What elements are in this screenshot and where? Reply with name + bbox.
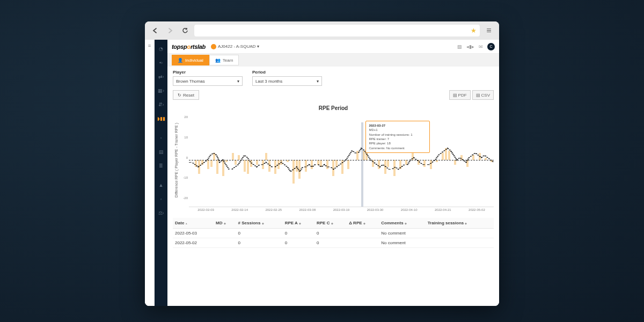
tab-individual[interactable]: 👤Individual — [172, 55, 209, 65]
table-col-4[interactable]: RPE C ◆ — [314, 218, 347, 229]
file-icon: ▤ — [476, 93, 480, 98]
y-axis-label: Difference RPE ( Player RPE - Trainer RP… — [173, 113, 179, 207]
table-body: 2022-05-03000No comment2022-05-02000No c… — [173, 229, 494, 248]
period-select[interactable]: Last 3 months▾ — [252, 76, 322, 86]
chart-line — [189, 113, 494, 207]
table-col-5[interactable]: Δ RPE ◆ — [347, 218, 379, 229]
table-row[interactable]: 2022-05-02000No comment — [173, 238, 494, 248]
sidebar-item-2[interactable]: ⇄› — [155, 70, 167, 84]
chevron-down-icon: ▾ — [237, 79, 239, 84]
forward-button[interactable] — [164, 25, 176, 36]
y-axis: 20100-10-20 — [179, 113, 189, 207]
sidebar-item-3[interactable]: ▦› — [155, 84, 167, 98]
header-action-1[interactable]: ▧ — [457, 44, 462, 49]
sidebar-item-4[interactable]: ⇵› — [155, 98, 167, 112]
table-col-1[interactable]: MD ◆ — [214, 218, 236, 229]
sidebar-item-10[interactable]: ⚖› — [155, 206, 167, 220]
sidebar-item-7[interactable]: ≣ — [155, 159, 167, 173]
chart-section: RPE Period Difference RPE ( Player RPE -… — [167, 103, 499, 214]
export-pdf-button[interactable]: ▤PDF — [449, 90, 471, 100]
squad-selector[interactable]: AJ0422 - A-SQUAD ▾ — [211, 44, 259, 49]
tab-team[interactable]: 👥Team — [209, 55, 239, 65]
chart-title: RPE Period — [173, 105, 494, 111]
app-content: ≡ ◔ •› ⇄› ▦› ⇵› ◗▮▮ ◦ ▤ ≣ ▲ ◦ ⚖› topspor… — [145, 40, 499, 306]
export-csv-button[interactable]: ▤CSV — [472, 90, 494, 100]
people-icon: 👥 — [215, 58, 221, 63]
sidebar-item-rpe[interactable]: ◗▮▮ — [155, 112, 167, 126]
sidebar-item-9[interactable]: ◦ — [155, 192, 167, 206]
crest-icon — [211, 44, 216, 49]
chevron-down-icon: ▾ — [257, 44, 259, 49]
browser-toolbar: ★ ≡ — [145, 21, 499, 40]
data-table: Date ▴MD ◆# Sessions ◆RPE A ◆RPE C ◆Δ RP… — [173, 218, 494, 248]
url-bar[interactable]: ★ — [194, 25, 480, 36]
filter-row: Player Brown Thomas▾ Period Last 3 month… — [167, 67, 499, 89]
player-select[interactable]: Brown Thomas▾ — [173, 76, 243, 86]
chart-plot[interactable]: 2022-03-27 MD+1 Number of training sessi… — [189, 113, 494, 207]
sidebar-item-1[interactable]: •› — [155, 56, 167, 70]
app-logo: topsportslab — [172, 43, 206, 50]
sidebar-item-5[interactable]: ◦ — [155, 131, 167, 145]
action-row: ↻Reset ▤PDF ▤CSV — [167, 89, 499, 103]
browser-window: ★ ≡ ≡ ◔ •› ⇄› ▦› ⇵› ◗▮▮ ◦ ▤ ≣ ▲ ◦ ⚖› top… — [145, 21, 499, 306]
period-label: Period — [252, 70, 322, 75]
app-header: topsportslab AJ0422 - A-SQUAD ▾ ▧ ◂▮▸ ✉ … — [167, 40, 499, 54]
sidebar: ◔ •› ⇄› ▦› ⇵› ◗▮▮ ◦ ▤ ≣ ▲ ◦ ⚖› — [155, 40, 167, 306]
browser-menu-icon[interactable]: ≡ — [483, 26, 495, 35]
reload-button[interactable] — [179, 25, 191, 36]
table-col-3[interactable]: RPE A ◆ — [283, 218, 314, 229]
menu-toggle-icon[interactable]: ≡ — [145, 40, 155, 306]
bookmark-star-icon[interactable]: ★ — [471, 27, 477, 34]
header-action-3[interactable]: ✉ — [479, 44, 483, 49]
hover-vline — [361, 122, 363, 207]
bars-icon: ◗▮▮ — [157, 116, 165, 121]
chart-area: Difference RPE ( Player RPE - Trainer RP… — [173, 113, 494, 207]
refresh-icon: ↻ — [178, 93, 181, 98]
person-icon: 👤 — [178, 58, 183, 63]
gauge-icon: ◔ — [159, 46, 163, 52]
header-action-2[interactable]: ◂▮▸ — [466, 44, 474, 49]
tab-bar: 👤Individual 👥Team — [167, 54, 499, 67]
table-col-2[interactable]: # Sessions ◆ — [236, 218, 283, 229]
table-col-6[interactable]: Comments ◆ — [379, 218, 425, 229]
table-col-7[interactable]: Training sessions ◆ — [426, 218, 494, 229]
table-header-row: Date ▴MD ◆# Sessions ◆RPE A ◆RPE C ◆Δ RP… — [173, 218, 494, 229]
sidebar-item-dashboard[interactable]: ◔ — [155, 42, 167, 56]
table-section: Date ▴MD ◆# Sessions ◆RPE A ◆RPE C ◆Δ RP… — [167, 214, 499, 248]
table-row[interactable]: 2022-05-03000No comment — [173, 229, 494, 238]
main-area: topsportslab AJ0422 - A-SQUAD ▾ ▧ ◂▮▸ ✉ … — [167, 40, 499, 306]
table-col-0[interactable]: Date ▴ — [173, 218, 214, 229]
file-icon: ▤ — [453, 93, 457, 98]
player-label: Player — [173, 70, 243, 75]
sidebar-item-6[interactable]: ▤ — [155, 145, 167, 159]
squad-label: AJ0422 - A-SQUAD — [218, 44, 255, 49]
avatar[interactable]: C — [487, 43, 495, 50]
x-axis: 2022-02-032022-02-142022-02-252022-03-08… — [173, 208, 494, 211]
back-button[interactable] — [149, 25, 161, 36]
reset-button[interactable]: ↻Reset — [173, 90, 199, 100]
chevron-down-icon: ▾ — [317, 79, 319, 84]
sidebar-item-8[interactable]: ▲ — [155, 178, 167, 192]
chart-tooltip: 2022-03-27 MD+1 Number of training sessi… — [365, 121, 430, 153]
